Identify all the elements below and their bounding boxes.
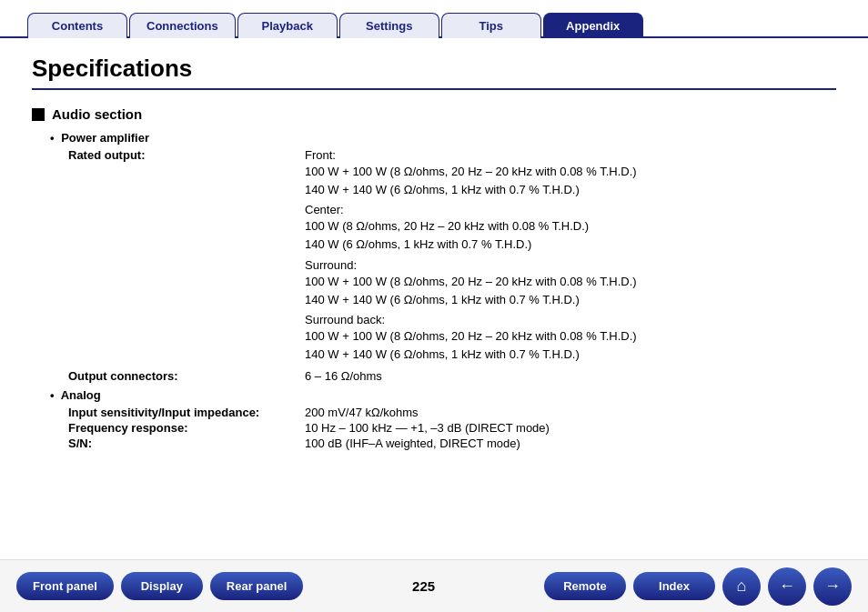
subsection-title-power: • Power amplifier [50, 131, 836, 145]
front-panel-button[interactable]: Front panel [16, 572, 114, 600]
spec-label-frequency-response: Frequency response: [68, 421, 305, 435]
page-content: Specifications Audio section • Power amp… [0, 38, 868, 465]
section-audio: Audio section [32, 106, 836, 122]
page-title: Specifications [32, 55, 836, 90]
rated-surround-values: 100 W + 100 W (8 Ω/ohms, 20 Hz – 20 kHz … [305, 273, 836, 309]
section-square-icon [32, 108, 45, 121]
spec-row-frequency-response: Frequency response: 10 Hz – 100 kHz — +1… [68, 421, 836, 435]
spec-value-input-sensitivity: 200 mV/47 kΩ/kohms [305, 406, 836, 419]
spec-row-rated-output: Rated output: Front: 100 W + 100 W (8 Ω/… [68, 148, 836, 367]
forward-icon: → [824, 577, 841, 596]
spec-row-sn: S/N: 100 dB (IHF–A weighted, DIRECT mode… [68, 436, 836, 450]
rated-front-values: 100 W + 100 W (8 Ω/ohms, 20 Hz – 20 kHz … [305, 163, 836, 199]
spec-table-analog: Input sensitivity/Input impedance: 200 m… [68, 406, 836, 450]
display-button[interactable]: Display [121, 572, 203, 600]
rated-front-label: Front: [305, 148, 836, 162]
rear-panel-button[interactable]: Rear panel [210, 572, 303, 600]
page-number: 225 [319, 578, 528, 594]
spec-label-output-connectors: Output connectors: [68, 369, 305, 383]
spec-row-input-sensitivity: Input sensitivity/Input impedance: 200 m… [68, 406, 836, 419]
rated-output-block: Front: 100 W + 100 W (8 Ω/ohms, 20 Hz – … [305, 148, 836, 367]
tabs-bar: Contents Connections Playback Settings T… [0, 0, 868, 38]
spec-label-sn: S/N: [68, 436, 305, 450]
home-button[interactable]: ⌂ [722, 567, 761, 606]
tab-connections[interactable]: Connections [129, 13, 236, 38]
rated-surround-label: Surround: [305, 258, 836, 272]
rated-center-values: 100 W (8 Ω/ohms, 20 Hz – 20 kHz with 0.0… [305, 217, 836, 254]
section-title: Audio section [52, 106, 142, 122]
tab-appendix[interactable]: Appendix [543, 13, 643, 38]
rated-surround-back-values: 100 W + 100 W (8 Ω/ohms, 20 Hz – 20 kHz … [305, 327, 836, 364]
back-button[interactable]: ← [768, 567, 806, 606]
tab-contents[interactable]: Contents [27, 13, 127, 38]
tab-tips[interactable]: Tips [441, 13, 541, 38]
subsection-title-analog: • Analog [50, 388, 836, 402]
remote-button[interactable]: Remote [544, 572, 626, 600]
home-icon: ⌂ [737, 577, 747, 596]
rated-surround-back-label: Surround back: [305, 313, 836, 326]
spec-value-rated-output: Front: 100 W + 100 W (8 Ω/ohms, 20 Hz – … [305, 148, 836, 367]
spec-value-sn: 100 dB (IHF–A weighted, DIRECT mode) [305, 436, 836, 450]
tab-playback[interactable]: Playback [237, 13, 338, 38]
rated-center-label: Center: [305, 203, 836, 216]
spec-value-output-connectors: 6 – 16 Ω/ohms [305, 369, 836, 383]
spec-label-rated-output: Rated output: [68, 148, 305, 367]
back-icon: ← [779, 577, 795, 596]
spec-row-output-connectors: Output connectors: 6 – 16 Ω/ohms [68, 369, 836, 383]
spec-table-power: Rated output: Front: 100 W + 100 W (8 Ω/… [68, 148, 836, 383]
bottom-nav: Front panel Display Rear panel 225 Remot… [0, 559, 868, 612]
subsection-analog: • Analog Input sensitivity/Input impedan… [50, 388, 836, 450]
spec-value-frequency-response: 10 Hz – 100 kHz — +1, –3 dB (DIRECT mode… [305, 421, 836, 435]
tab-settings[interactable]: Settings [339, 13, 439, 38]
spec-label-input-sensitivity: Input sensitivity/Input impedance: [68, 406, 305, 419]
forward-button[interactable]: → [813, 567, 852, 606]
subsection-power-amplifier: • Power amplifier Rated output: Front: 1… [50, 131, 836, 383]
index-button[interactable]: Index [633, 572, 715, 600]
